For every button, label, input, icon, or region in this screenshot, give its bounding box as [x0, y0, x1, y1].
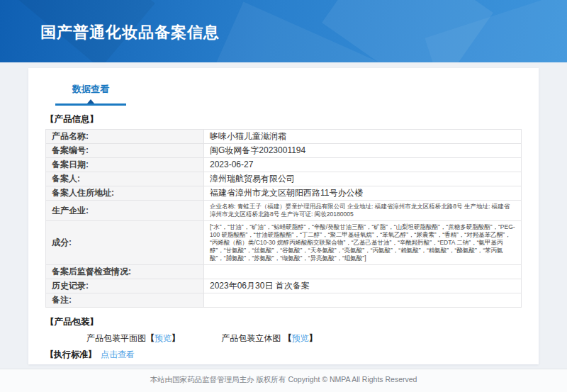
row-value: 2023年06月30日 首次备案 [204, 279, 522, 293]
packaging-3d-item: 产品包装立体图 【预览】 [221, 333, 317, 343]
row-label: 备案人: [46, 172, 204, 186]
packaging-flat-preview-link[interactable]: 预览 [155, 333, 172, 343]
page: 国产普通化妆品备案信息 数据查看 【产品信息】 产品名称:哆唻小猫儿童滋润霜备案… [0, 0, 567, 392]
banner-decor-shape [322, 0, 493, 62]
row-label: 备案编号: [46, 144, 204, 158]
packaging-flat-item: 产品包装平面图【预览】 [86, 333, 180, 343]
table-row: 备案人住所地址:福建省漳州市龙文区朝阳西路11号办公楼 [46, 186, 522, 201]
table-row: 备案后监督检查情况: [46, 265, 522, 279]
row-value: 企业名称: 青蛙王子（福建）婴童护理用品有限公司 企业地址: 福建省漳州市龙文区… [204, 201, 522, 221]
table-row: 历史记录:2023年06月30日 首次备案 [46, 279, 522, 293]
row-value: 2023-06-27 [204, 158, 522, 172]
row-label: 备案日期: [46, 158, 204, 172]
page-header: 国产普通化妆品备案信息 [0, 0, 567, 62]
bracket-open: 【 [146, 333, 155, 343]
table-row: 生产企业:企业名称: 青蛙王子（福建）婴童护理用品有限公司 企业地址: 福建省漳… [46, 201, 522, 221]
row-value [204, 265, 522, 279]
row-label: 备注: [46, 293, 204, 308]
packaging-3d-label: 产品包装立体图 [221, 333, 283, 343]
main-content: 数据查看 【产品信息】 产品名称:哆唻小猫儿童滋润霜备案编号:闽G妆网备字202… [0, 62, 567, 369]
table-row: 备案人:漳州瑞航贸易有限公司 [46, 172, 522, 186]
row-value: 闽G妆网备字2023001194 [204, 144, 522, 158]
table-row: 备注: [46, 293, 522, 308]
exec-standard-row: 【执行标准】点击查看 [45, 349, 522, 360]
banner-decor-shape [209, 1, 380, 62]
exec-standard-title: 【执行标准】 [45, 349, 96, 359]
product-info-table: 产品名称:哆唻小猫儿童滋润霜备案编号:闽G妆网备字2023001194备案日期:… [45, 129, 522, 308]
product-info-section-title: 【产品信息】 [45, 113, 522, 125]
packaging-row: 产品包装平面图【预览】 产品包装立体图 【预览】 [45, 332, 522, 344]
page-footer: 本站由国家药品监督管理局主办 版权所有 Copyright © NMPA All… [0, 369, 567, 392]
tab-active-marker-icon [87, 99, 94, 103]
packaging-3d-preview-link[interactable]: 预览 [292, 333, 309, 343]
table-row: 产品名称:哆唻小猫儿童滋润霜 [46, 130, 522, 144]
tab-bar: 数据查看 [45, 68, 522, 106]
content-card: 数据查看 【产品信息】 产品名称:哆唻小猫儿童滋润霜备案编号:闽G妆网备字202… [28, 68, 539, 364]
row-label: 成分: [46, 221, 204, 265]
packaging-section-title: 【产品包装】 [45, 316, 522, 328]
row-value [204, 293, 522, 308]
efficacy-claim-row: 【功效宣称】点击查看 [45, 364, 522, 364]
packaging-flat-label: 产品包装平面图 [86, 333, 146, 343]
page-title: 国产普通化妆品备案信息 [40, 22, 220, 43]
row-value: 福建省漳州市龙文区朝阳西路11号办公楼 [204, 186, 522, 201]
table-row: 备案编号:闽G妆网备字2023001194 [46, 144, 522, 158]
row-label: 备案人住所地址: [46, 186, 204, 201]
row-label: 产品名称: [46, 130, 204, 144]
row-value: [“水”，“甘油”，“矿油”，“鲸蜡硬脂醇”，“辛酸/癸酸甘油三酯”，“矿脂”，… [204, 221, 522, 265]
row-value: 漳州瑞航贸易有限公司 [204, 172, 522, 186]
row-value: 哆唻小猫儿童滋润霜 [204, 130, 522, 144]
banner-decor-shape [425, 0, 567, 62]
tab-data-view-label: 数据查看 [72, 84, 109, 94]
bracket-close: 】 [172, 333, 180, 343]
copyright-text: 本站由国家药品监督管理局主办 版权所有 Copyright © NMPA All… [150, 375, 417, 383]
table-row: 成分:[“水”，“甘油”，“矿油”，“鲸蜡硬脂醇”，“辛酸/癸酸甘油三酯”，“矿… [46, 221, 522, 265]
row-label: 生产企业: [46, 201, 204, 221]
tab-data-view[interactable]: 数据查看 [55, 83, 126, 106]
bracket-open: 【 [284, 333, 292, 343]
product-info-table-body: 产品名称:哆唻小猫儿童滋润霜备案编号:闽G妆网备字2023001194备案日期:… [46, 130, 522, 308]
row-label: 历史记录: [46, 279, 204, 293]
row-label: 备案后监督检查情况: [46, 265, 204, 279]
exec-standard-link[interactable]: 点击查看 [101, 349, 135, 359]
bracket-close: 】 [309, 333, 318, 343]
table-row: 备案日期:2023-06-27 [46, 158, 522, 172]
